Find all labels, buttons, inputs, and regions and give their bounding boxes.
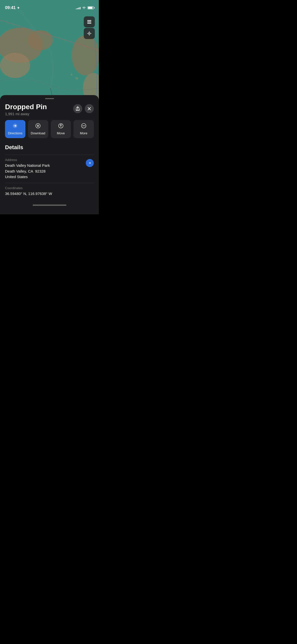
sheet-drag-handle[interactable] — [45, 98, 54, 99]
address-line3: United States — [5, 175, 28, 179]
details-heading: Details — [5, 144, 94, 151]
action-buttons-row: Directions Download Move — [5, 120, 94, 138]
bottom-sheet: Dropped Pin 1,991 mi away — [0, 95, 99, 214]
address-info: Address Death Valley National Park Death… — [5, 158, 50, 180]
download-icon — [35, 123, 41, 130]
pin-distance: 1,991 mi away — [5, 112, 47, 116]
svg-rect-34 — [87, 20, 91, 21]
status-bar: 09:41 — [0, 0, 99, 13]
more-icon — [81, 123, 87, 130]
more-label: More — [80, 131, 88, 135]
coordinates-label: Coordinates — [5, 186, 52, 190]
address-action-button[interactable] — [86, 159, 94, 167]
map-controls — [84, 16, 95, 39]
pin-info: Dropped Pin 1,991 mi away — [5, 103, 47, 116]
directions-button[interactable]: Directions — [5, 120, 25, 138]
svg-point-45 — [83, 126, 84, 126]
location-button[interactable] — [84, 28, 95, 39]
home-indicator — [33, 205, 66, 206]
move-label: Move — [57, 131, 65, 135]
download-button[interactable]: Download — [28, 120, 48, 138]
more-button[interactable]: More — [73, 120, 94, 138]
move-icon — [58, 123, 64, 130]
directions-label: Directions — [8, 131, 22, 135]
location-active-icon — [17, 6, 20, 9]
address-line2: Death Valley, CA 92328 — [5, 169, 46, 173]
address-label: Address — [5, 158, 50, 162]
move-button[interactable]: Move — [51, 120, 71, 138]
svg-point-42 — [60, 126, 61, 127]
svg-point-38 — [89, 33, 90, 34]
sheet-header: Dropped Pin 1,991 mi away — [5, 103, 94, 116]
details-section: Details Address Death Valley National Pa… — [5, 144, 94, 199]
status-time: 09:41 — [5, 5, 16, 10]
coordinates-value: 36.59480° N, 116.97638° W — [5, 191, 52, 197]
coordinates-row: Coordinates 36.59480° N, 116.97638° W — [5, 183, 94, 200]
sheet-action-buttons — [73, 104, 94, 113]
share-button[interactable] — [73, 104, 82, 113]
svg-point-46 — [84, 126, 85, 126]
coordinates-info: Coordinates 36.59480° N, 116.97638° W — [5, 186, 52, 197]
pin-title: Dropped Pin — [5, 103, 47, 111]
directions-icon — [12, 123, 18, 130]
svg-rect-35 — [87, 22, 91, 22]
svg-text:A: A — [70, 73, 73, 76]
close-button[interactable] — [85, 104, 94, 113]
address-row: Address Death Valley National Park Death… — [5, 155, 94, 183]
download-label: Download — [31, 131, 45, 135]
address-value: Death Valley National Park Death Valley,… — [5, 163, 50, 180]
status-indicators — [76, 6, 94, 9]
svg-rect-36 — [87, 23, 91, 24]
battery-icon — [88, 6, 94, 9]
signal-strength — [76, 6, 80, 9]
wifi-icon — [82, 6, 86, 9]
svg-point-44 — [82, 126, 83, 126]
svg-point-3 — [28, 30, 53, 50]
address-line1: Death Valley National Park — [5, 163, 50, 168]
svg-point-2 — [0, 53, 30, 78]
svg-text:M: M — [75, 77, 78, 80]
map-layers-button[interactable] — [84, 16, 95, 27]
